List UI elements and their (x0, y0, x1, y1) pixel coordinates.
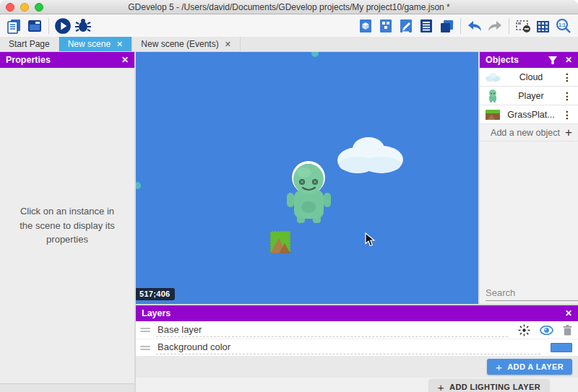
close-tab-icon[interactable]: ✕ (225, 40, 231, 49)
object-row-cloud[interactable]: Cloud ⋮ (480, 68, 578, 87)
object-name: Cloud (501, 72, 561, 82)
tab-label: Start Page (9, 39, 50, 49)
add-lighting-layer-button[interactable]: + ADD LIGHTING LAYER (429, 379, 549, 392)
toggle-grid-icon[interactable] (533, 17, 553, 35)
add-lighting-layer-label: ADD LIGHTING LAYER (449, 383, 540, 391)
properties-editor-icon[interactable] (396, 17, 416, 35)
add-layer-label: ADD A LAYER (507, 362, 564, 371)
close-panel-icon[interactable]: ✕ (565, 308, 572, 318)
object-row-grassplatform[interactable]: GrassPlat... ⋮ (480, 105, 578, 124)
drag-handle-icon[interactable] (140, 344, 150, 352)
add-new-object-label: Add a new object (486, 128, 565, 138)
plus-icon: + (565, 126, 572, 139)
redo-icon[interactable] (485, 17, 505, 35)
zoom-window-button[interactable] (35, 3, 43, 12)
object-groups-editor-icon[interactable] (376, 17, 396, 35)
toolbar-separator (48, 18, 49, 34)
properties-column: Properties ✕ Click on an instance in the… (0, 52, 136, 392)
object-row-player[interactable]: Player ⋮ (480, 87, 578, 105)
grass-platform-sprite[interactable] (270, 231, 290, 253)
properties-panel-title: Properties (6, 55, 51, 65)
grass-platform-thumbnail-icon (484, 110, 501, 120)
main-area: Properties ✕ Click on an instance in the… (0, 52, 578, 392)
objects-search-row (480, 285, 578, 304)
minimize-window-button[interactable] (20, 3, 29, 12)
layer-name-field[interactable]: Background color (156, 341, 540, 354)
mouse-cursor (365, 232, 375, 247)
properties-panel: Properties ✕ Click on an instance in the… (0, 52, 134, 383)
scene-canvas[interactable]: 517;406 (136, 52, 478, 304)
tab-new-scene[interactable]: New scene ✕ (59, 37, 133, 51)
objects-editor-icon[interactable] (355, 17, 376, 35)
layer-row-base: Base layer (136, 321, 578, 339)
layers-footer-lighting: + ADD LIGHTING LAYER (136, 378, 578, 392)
tab-new-scene-events[interactable]: New scene (Events) ✕ (132, 37, 241, 51)
filter-icon[interactable] (548, 56, 558, 65)
svg-text:1:1: 1:1 (558, 22, 566, 27)
cursor-coordinates: 517;406 (136, 288, 175, 300)
instances-list-icon[interactable] (416, 17, 436, 35)
layer-delete-trash-icon[interactable] (563, 325, 572, 336)
project-manager-icon[interactable] (4, 17, 25, 35)
object-name: GrassPlat... (501, 110, 561, 120)
objects-search-input[interactable] (486, 287, 578, 298)
layers-editor-icon[interactable] (436, 17, 457, 35)
object-menu-icon[interactable]: ⋮ (561, 90, 574, 102)
drag-handle-icon[interactable] (140, 326, 150, 334)
plus-icon: + (496, 361, 502, 373)
tab-label: New scene (Events) (141, 39, 218, 49)
add-new-object-button[interactable]: Add a new object + (480, 124, 578, 141)
object-name: Player (501, 91, 561, 101)
gdevelop-window: GDevelop 5 - /Users/david/Documents/GDev… (0, 0, 578, 392)
properties-panel-header: Properties ✕ (0, 52, 134, 68)
horizontal-scroll-thumb[interactable] (311, 52, 319, 57)
object-menu-icon[interactable]: ⋮ (561, 109, 574, 121)
layers-panel-header: Layers ✕ (136, 305, 578, 321)
debug-bug-icon[interactable] (73, 17, 93, 35)
preview-play-icon[interactable] (53, 17, 73, 35)
cloud-sprite[interactable] (336, 134, 405, 175)
start-page-icon[interactable] (25, 17, 45, 35)
objects-panel-header: Objects ✕ (480, 52, 578, 68)
background-color-swatch[interactable] (551, 343, 572, 352)
object-menu-icon[interactable]: ⋮ (561, 71, 574, 83)
close-panel-icon[interactable]: ✕ (565, 55, 572, 65)
close-window-button[interactable] (6, 3, 14, 12)
window-title: GDevelop 5 - /Users/david/Documents/GDev… (0, 2, 578, 12)
objects-panel-empty-space (480, 141, 578, 285)
layers-panel-title: Layers (142, 308, 171, 318)
layers-footer: + ADD A LAYER (136, 356, 578, 378)
window-controls (6, 3, 43, 12)
tab-label: New scene (68, 39, 111, 49)
layers-panel: Layers ✕ Base layer Background color (136, 304, 578, 392)
tabbar: Start Page New scene ✕ New scene (Events… (0, 37, 578, 52)
panel-bottom-strip (0, 383, 134, 392)
zoom-1-1-icon[interactable]: 1:1 (553, 17, 574, 35)
layer-effects-icon[interactable] (518, 324, 530, 336)
cloud-thumbnail-icon (484, 72, 501, 82)
undo-icon[interactable] (465, 17, 485, 35)
titlebar: GDevelop 5 - /Users/david/Documents/GDev… (0, 0, 578, 14)
close-panel-icon[interactable]: ✕ (121, 55, 129, 65)
layer-name-field[interactable]: Base layer (156, 323, 508, 337)
delete-selection-icon[interactable] (513, 17, 533, 35)
player-sprite[interactable] (285, 162, 332, 226)
objects-panel: Objects ✕ Cloud ⋮ (478, 52, 578, 304)
close-tab-icon[interactable]: ✕ (116, 40, 123, 49)
layer-visibility-eye-icon[interactable] (540, 326, 553, 335)
player-thumbnail-icon (484, 90, 501, 103)
add-layer-button[interactable]: + ADD A LAYER (487, 359, 572, 375)
toolbar-separator (509, 18, 509, 34)
vertical-scroll-thumb[interactable] (136, 182, 141, 189)
toolbar-separator (460, 18, 461, 34)
toolbar: 1:1 (0, 14, 578, 37)
layer-row-background-color: Background color (136, 339, 578, 356)
properties-empty-message: Click on an instance in the scene to dis… (0, 68, 134, 383)
tab-start-page[interactable]: Start Page (0, 37, 59, 51)
plus-icon: + (438, 381, 444, 392)
objects-panel-title: Objects (486, 55, 519, 65)
